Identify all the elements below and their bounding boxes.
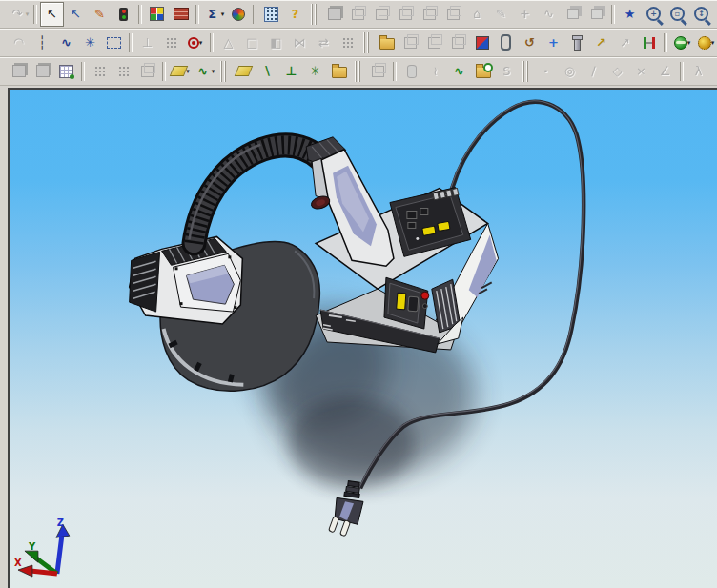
curve-tool-button: ∿: [537, 2, 561, 27]
panel-button-cluster[interactable]: [420, 209, 428, 215]
toolbar-grip[interactable]: [522, 61, 530, 82]
view-shadows-icon: [423, 9, 436, 20]
toolbar-separator: [611, 5, 615, 24]
toolbar-grip[interactable]: [311, 4, 318, 25]
extruded-boss-icon: [12, 65, 26, 77]
apply-texture-button[interactable]: [169, 2, 193, 27]
smart-fasteners-button[interactable]: [565, 30, 589, 55]
view-hidden-lines-removed-icon: [352, 9, 364, 20]
view-perspective-icon: [447, 9, 460, 20]
yellow-button-left[interactable]: [422, 226, 436, 235]
view-orientation-button[interactable]: ★: [618, 2, 642, 27]
side-dark-button[interactable]: [408, 296, 419, 312]
revolved-boss-button: [31, 59, 54, 84]
relation-point-icon: ·: [538, 63, 555, 80]
window-pane-multi-button: [584, 2, 608, 27]
zoom-in-out-icon: ↕: [694, 7, 708, 21]
toolbar-separator: [33, 5, 37, 24]
graphics-viewport[interactable]: Z Y X: [8, 88, 717, 588]
relation-symmetric-icon: ◇: [609, 63, 626, 80]
spline-button[interactable]: ∿: [54, 30, 78, 55]
edit-component-button[interactable]: [470, 30, 494, 55]
curve-tool-icon: ∿: [541, 6, 558, 23]
reference-curve-icon: ∿: [195, 63, 212, 80]
linear-pattern-button: [88, 59, 112, 84]
plug-prong-left: [329, 517, 339, 533]
reference-curve-button[interactable]: ∿▾: [193, 59, 216, 84]
traffic-light-button[interactable]: [112, 2, 135, 27]
yellow-button-right[interactable]: [438, 221, 450, 231]
panel-button-cluster[interactable]: [407, 212, 417, 219]
linear-pattern-icon: [94, 66, 106, 77]
assembly-tools-dropdown-arrow[interactable]: ▾: [687, 39, 691, 47]
power-led[interactable]: [421, 292, 429, 299]
shadow-blob-lower: [289, 397, 415, 489]
x-axis-label: X: [14, 558, 22, 568]
help-button[interactable]: ?: [283, 2, 307, 27]
surface-tool-icon: [372, 66, 384, 77]
mate-button[interactable]: [637, 30, 661, 55]
section-view-button: ⌂: [465, 2, 489, 27]
toolbar-grip[interactable]: [355, 61, 362, 82]
panel-button-cluster[interactable]: [408, 222, 416, 228]
dimension-button[interactable]: ▾: [183, 30, 207, 55]
mate-reference-button[interactable]: [327, 59, 351, 84]
select-tool-button[interactable]: ↖: [40, 2, 64, 27]
side-small-button[interactable]: [422, 304, 427, 309]
physical-simulation-dropdown-arrow[interactable]: ▾: [711, 39, 715, 47]
y-axis-label: Y: [28, 541, 36, 552]
mate-icon: [644, 37, 655, 49]
physical-simulation-button[interactable]: ▾: [694, 30, 717, 55]
helix-spiral-button: S: [495, 59, 519, 84]
circular-pattern-button: [112, 59, 135, 84]
physical-simulation-icon: [698, 36, 711, 50]
extruded-boss-button: [7, 59, 31, 84]
edit-color-button[interactable]: [145, 2, 169, 27]
measure-button[interactable]: Σ▾: [202, 2, 226, 27]
selection-box-button[interactable]: [102, 30, 126, 55]
mate-reference-icon: [332, 67, 347, 78]
top-control-panel[interactable]: [390, 188, 471, 257]
smart-fasteners-icon: [574, 38, 581, 51]
coordinate-system-button[interactable]: ⊥: [279, 59, 303, 84]
zoom-to-area-button[interactable]: ▫: [666, 2, 689, 27]
zoom-in-out-button[interactable]: ↕: [689, 2, 713, 27]
composite-curve-button[interactable]: ∿: [447, 59, 471, 84]
rotate-component-button[interactable]: ↺: [518, 30, 542, 55]
toolbar-row-features-reference: ▾∿▾∖⊥✳≀∿S·◎∕◇×∠λ∨∥: [0, 57, 717, 86]
design-checker-button[interactable]: [259, 2, 283, 27]
centerline-button[interactable]: ┆: [31, 30, 54, 55]
toolbar-grip[interactable]: [363, 32, 371, 53]
align-arrows-icon: ⇄: [316, 34, 333, 51]
exploded-view-button[interactable]: ↗: [589, 30, 613, 55]
model-canvas[interactable]: Z Y X: [10, 90, 717, 588]
draft-feature-icon: △: [220, 34, 237, 51]
relation-collinear-icon: ∕: [585, 63, 603, 80]
curve-library-button[interactable]: [471, 59, 495, 84]
sketch-button[interactable]: ✎: [88, 2, 112, 27]
toolbar-separator: [81, 62, 85, 81]
draft-feature-button: △: [216, 30, 240, 55]
reference-point-button[interactable]: ✳: [303, 59, 327, 84]
coordinate-system-icon: ⊥: [283, 63, 300, 80]
selection-filter-button[interactable]: ↖: [64, 2, 88, 27]
move-component-button[interactable]: +: [542, 30, 565, 55]
exploded-view-icon: ↗: [593, 34, 610, 51]
axis-button[interactable]: ∖: [256, 59, 279, 84]
rotate-view-icon: [232, 8, 245, 21]
power-plug[interactable]: [329, 481, 363, 537]
rotate-view-button[interactable]: [226, 2, 250, 27]
lightweight-clip-button[interactable]: [494, 30, 518, 55]
design-table-button[interactable]: [54, 59, 78, 84]
dimension-dropdown-arrow[interactable]: ▾: [199, 39, 203, 47]
zoom-to-fit-button[interactable]: +: [642, 2, 666, 27]
insert-component-button[interactable]: [375, 30, 399, 55]
measure-dropdown-arrow[interactable]: ▾: [221, 10, 225, 18]
reference-curve-dropdown-arrow[interactable]: ▾: [212, 68, 215, 75]
assembly-tools-button[interactable]: ▾: [670, 30, 694, 55]
side-yellow-button[interactable]: [397, 293, 406, 310]
sketch-point-button[interactable]: ✳: [78, 30, 102, 55]
reference-plane-star-button[interactable]: ▾: [169, 59, 193, 84]
toolbar-grip[interactable]: [220, 61, 228, 82]
plane-button[interactable]: [232, 59, 256, 84]
